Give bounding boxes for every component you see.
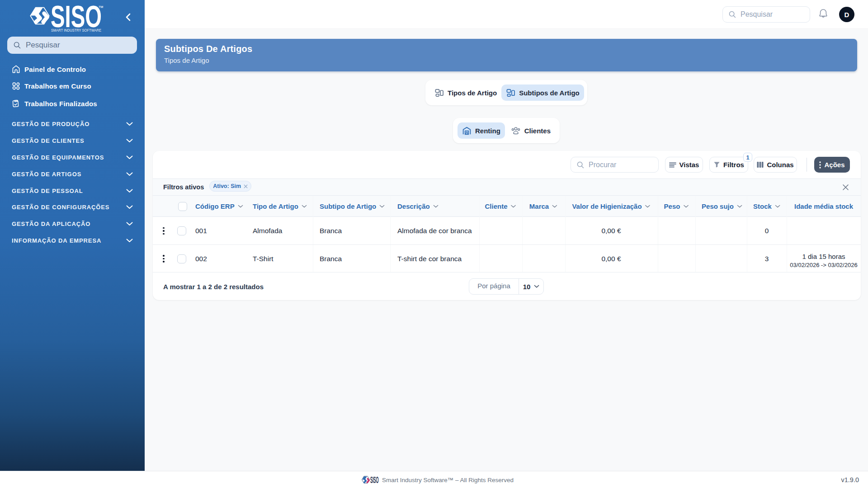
svg-text:SMART INDUSTRY SOFTWARE: SMART INDUSTRY SOFTWARE	[51, 28, 101, 33]
svg-text:™: ™	[98, 5, 104, 11]
svg-text:SISO: SISO	[370, 475, 379, 485]
